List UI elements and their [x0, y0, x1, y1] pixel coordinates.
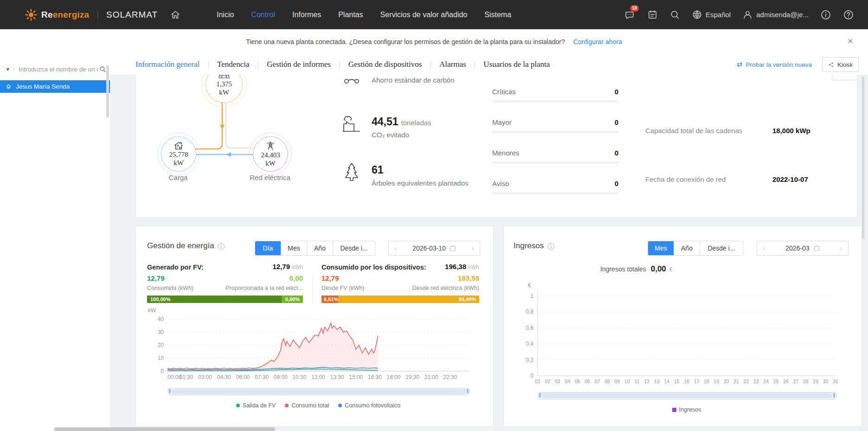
tasks-button[interactable] [647, 9, 658, 20]
kiosk-button[interactable]: Kiosk [822, 57, 859, 72]
svg-text:25: 25 [773, 379, 779, 384]
user-icon [742, 9, 753, 20]
share-icon [828, 62, 834, 68]
info-circle-icon[interactable]: ⓘ [547, 243, 554, 250]
main-menu: Inicio Control Informes Plantas Servicio… [217, 0, 511, 29]
home-icon[interactable] [170, 9, 181, 20]
notifications-button[interactable]: 18 [624, 9, 636, 20]
datazoom-left-handle[interactable] [539, 393, 541, 398]
income-card: Ingresosⓘ Mes Año Desde i... ‹ 2026-03 ›… [503, 226, 862, 427]
load-power-value: 25,778 [169, 150, 188, 159]
calendar-icon [813, 245, 820, 251]
info-circle-icon[interactable]: ⓘ [218, 243, 225, 250]
load-node[interactable]: 25,778 kW [161, 136, 196, 172]
energy-datazoom-slider[interactable] [167, 388, 470, 395]
search-icon [669, 9, 680, 20]
search-button[interactable] [669, 9, 680, 20]
partial-hidden-button[interactable] [832, 75, 857, 80]
pv-power-value: 1,375 [216, 80, 232, 88]
tab-alarmas[interactable]: Alarmas [439, 60, 466, 69]
brand-logo[interactable]: Reenergiza [25, 9, 89, 21]
co2-avoided-label: CO₂ evitado [372, 131, 409, 139]
datazoom-right-handle[interactable] [467, 389, 469, 393]
next-date-icon[interactable]: › [834, 244, 848, 252]
user-name: admisenda@je... [756, 11, 809, 19]
legend-consumo-total[interactable]: Consumo total [285, 402, 329, 409]
next-date-icon[interactable]: › [466, 244, 480, 252]
range-desde[interactable]: Desde i... [700, 241, 743, 255]
nav-informes[interactable]: Informes [292, 11, 321, 19]
help-button[interactable] [843, 9, 854, 20]
sun-logo-icon [25, 9, 37, 21]
solar-panel-icon [219, 75, 230, 80]
legend-salida-fv[interactable]: Salida de FV [236, 402, 276, 409]
svg-text:31: 31 [833, 379, 838, 384]
tab-gestion-dispositivos[interactable]: Gestión de dispositivos [348, 60, 422, 69]
info-button[interactable] [820, 9, 831, 20]
svg-text:0,8: 0,8 [526, 309, 534, 315]
income-date-value[interactable]: 2026-03 [771, 244, 834, 252]
nav-sistema[interactable]: Sistema [484, 11, 511, 19]
svg-text:40: 40 [158, 316, 164, 322]
range-ano[interactable]: Año [307, 241, 333, 255]
tab-tendencia[interactable]: Tendencia [217, 60, 250, 69]
range-mes[interactable]: Mes [648, 241, 674, 255]
nav-inicio[interactable]: Inicio [217, 11, 234, 19]
alarm-row-criticas[interactable]: Críticas 0 [492, 88, 618, 103]
tab-informacion-general[interactable]: Información general [135, 60, 199, 69]
sidebar-scrollbar[interactable] [106, 65, 109, 117]
datazoom-left-handle[interactable] [169, 389, 171, 393]
tab-tools: ⇄Probar la versión nueva Kiosk [737, 54, 859, 75]
prev-date-icon[interactable]: ‹ [757, 244, 771, 252]
income-axis-unit: € [528, 282, 531, 289]
sidebar-search-icon[interactable] [99, 65, 106, 73]
range-dia[interactable]: Día [255, 241, 281, 255]
alarm-row-menores[interactable]: Menores 0 [492, 149, 618, 164]
from-grid-value: 183,59 [321, 274, 479, 282]
prev-date-icon[interactable]: ‹ [389, 244, 403, 252]
tab-usuarios-planta[interactable]: Usuarios de la planta [483, 60, 550, 69]
svg-text:26: 26 [783, 379, 789, 384]
consumed-value: 196,38kWh [321, 263, 479, 271]
svg-text:20: 20 [158, 342, 164, 348]
svg-text:1: 1 [530, 293, 534, 299]
sidebar-item-plant[interactable]: Jesus María Senda [0, 80, 110, 93]
page-horizontal-scrollbar[interactable] [54, 427, 275, 431]
range-desde[interactable]: Desde i... [333, 241, 375, 255]
range-ano[interactable]: Año [674, 241, 700, 255]
alarm-row-mayor[interactable]: Mayor 0 [492, 118, 618, 133]
plant-search-input[interactable] [18, 65, 99, 73]
load-power-unit: kW [174, 159, 184, 167]
svg-text:18:00: 18:00 [386, 374, 400, 380]
legend-consumo-fotovoltaico[interactable]: Consumo fotovoltaico [338, 402, 400, 409]
svg-text:19: 19 [714, 379, 719, 384]
plant-tabs: Información general| Tendencia| Gestión … [135, 60, 550, 69]
tab-gestion-informes[interactable]: Gestión de informes [267, 60, 331, 69]
alarm-row-aviso[interactable]: Aviso 0 [492, 180, 618, 194]
datazoom-right-handle[interactable] [833, 393, 835, 398]
svg-text:30: 30 [158, 329, 164, 335]
svg-text:10: 10 [158, 355, 164, 361]
user-menu[interactable]: admisenda@je... [742, 9, 809, 20]
range-mes[interactable]: Mes [281, 241, 307, 255]
energy-date-value[interactable]: 2026-03-10 [403, 244, 466, 252]
notification-banner: Tiene una nueva planta conectada. ¿Desea… [0, 29, 868, 55]
banner-close-icon[interactable]: ✕ [847, 37, 853, 45]
nav-control[interactable]: Control [251, 11, 275, 19]
trees-label: Árboles equivalentes plantados [372, 179, 468, 187]
svg-text:09: 09 [614, 379, 620, 384]
page-vertical-scrollbar[interactable] [862, 77, 864, 239]
nav-servicios[interactable]: Servicios de valor añadido [380, 11, 468, 19]
try-new-version-link[interactable]: ⇄Probar la versión nueva [737, 60, 812, 69]
svg-text:22:30: 22:30 [443, 374, 457, 380]
plant-tabs-row: Información general| Tendencia| Gestión … [110, 54, 868, 75]
language-selector[interactable]: Español [692, 9, 731, 20]
income-datazoom-slider[interactable] [538, 392, 836, 399]
svg-text:0,4: 0,4 [526, 341, 534, 347]
nav-plantas[interactable]: Plantas [338, 11, 363, 19]
legend-ingresos[interactable]: Ingresos [672, 406, 701, 413]
configure-now-link[interactable]: Configurar ahora [573, 38, 622, 45]
svg-text:27: 27 [793, 379, 799, 384]
grid-node[interactable]: 24,403 kW [253, 136, 288, 172]
filter-dropdown-caret[interactable]: ▼ [6, 67, 10, 72]
